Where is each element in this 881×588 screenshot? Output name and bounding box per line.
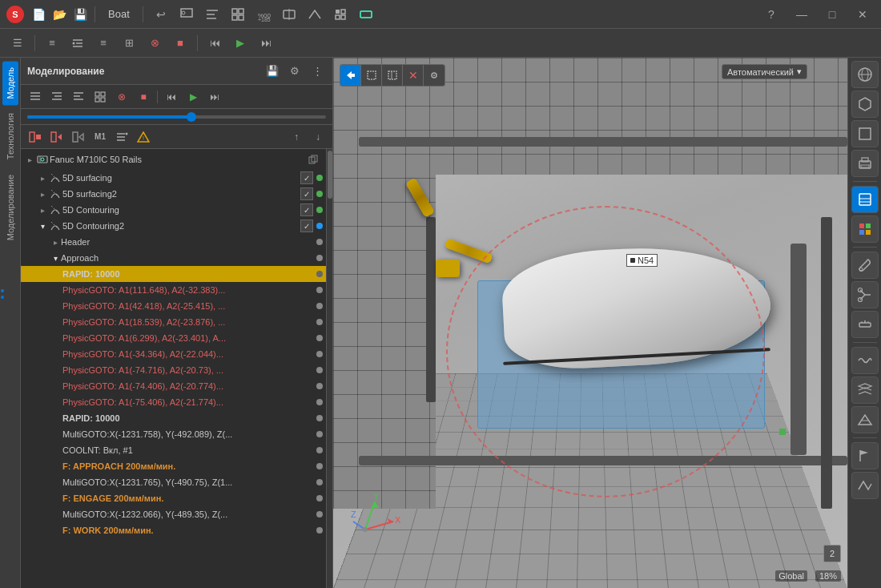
ptb2-2[interactable] bbox=[47, 128, 66, 146]
toolbar-grid-btn[interactable]: ⊞ bbox=[118, 33, 140, 54]
viewport[interactable]: N54 ✕ bbox=[333, 58, 847, 588]
tree-machine-root[interactable]: ▸ Fanuc M710IC 50 Rails bbox=[21, 149, 326, 170]
rpb-hex[interactable] bbox=[851, 91, 879, 118]
tree-item-physic6[interactable]: PhysicGOTO: A1(-74.716), A2(-20.73), ... bbox=[21, 362, 326, 378]
tree-item-multigoto2[interactable]: MultiGOTO:X(-1231.765), Y(-490.75), Z(1.… bbox=[21, 474, 326, 490]
check-5dsurf1[interactable]: ✓ bbox=[300, 171, 313, 184]
rpb-square[interactable] bbox=[851, 120, 879, 147]
tree-item-5dcont1[interactable]: ▸ 5D Contouring ✓ bbox=[21, 202, 326, 218]
tree-item-5dsurf2[interactable]: ▸ 5D surfacing2 ✓ bbox=[21, 186, 326, 202]
toolbar-play-btn[interactable]: ▶ bbox=[229, 33, 251, 54]
close-button[interactable]: ✕ bbox=[851, 5, 875, 24]
tree-expand-5dcont1[interactable]: ▸ bbox=[37, 206, 48, 215]
vt-cancel-btn[interactable]: ✕ bbox=[403, 65, 424, 86]
check-5dcont2[interactable]: ✓ bbox=[300, 219, 313, 232]
tree-item-multigoto3[interactable]: MultiGOTO:X(-1232.066), Y(-489.35), Z(..… bbox=[21, 506, 326, 522]
vt-select2-btn[interactable] bbox=[382, 65, 403, 86]
vt-settings-btn[interactable] bbox=[424, 65, 445, 86]
toolbar-align-btn[interactable]: ≡ bbox=[92, 33, 115, 54]
tree-item-rapid2[interactable]: RAPID: 10000 bbox=[21, 410, 326, 426]
tree-item-physic8[interactable]: PhysicGOTO: A1(-75.406), A2(-21.774)... bbox=[21, 394, 326, 410]
tool-icon-9[interactable] bbox=[355, 5, 377, 24]
ptb2-1[interactable] bbox=[26, 128, 45, 146]
tree-item-physic7[interactable]: PhysicGOTO: A1(-74.406), A2(-20.774)... bbox=[21, 378, 326, 394]
ptb-play[interactable]: ▶ bbox=[183, 88, 203, 106]
new-file-icon[interactable]: 📄 bbox=[30, 6, 46, 22]
tree-expand-approach[interactable]: ▾ bbox=[50, 254, 61, 263]
help-button[interactable]: ? bbox=[759, 5, 783, 24]
sidebar-toggle-button[interactable]: ☰ bbox=[6, 33, 29, 54]
ptb-stop[interactable]: ■ bbox=[134, 88, 153, 106]
panel-more-btn[interactable]: ⋮ bbox=[308, 62, 326, 80]
check-5dcont1[interactable]: ✓ bbox=[300, 203, 313, 216]
panel-save-btn[interactable]: 💾 bbox=[263, 62, 281, 80]
tree-scrollbar-thumb[interactable] bbox=[328, 151, 332, 199]
tool-icon-5[interactable]: %001+185 bbox=[252, 5, 275, 24]
tree-item-approach-f[interactable]: F: APPROACH 200мм/мин. bbox=[21, 458, 326, 474]
rpb-wave[interactable] bbox=[851, 347, 879, 374]
open-file-icon[interactable]: 📂 bbox=[51, 6, 67, 22]
maximize-button[interactable]: □ bbox=[820, 5, 844, 24]
rpb-wrench[interactable] bbox=[851, 252, 879, 279]
save-file-icon[interactable]: 💾 bbox=[72, 6, 88, 22]
vt-arrow-btn[interactable] bbox=[340, 65, 361, 86]
tree-item-engage-f[interactable]: F: ENGAGE 200мм/мин. bbox=[21, 490, 326, 506]
toolbar-cancel-btn[interactable]: ⊗ bbox=[143, 33, 166, 54]
tree-item-rapid1[interactable]: RAPID: 10000 bbox=[21, 266, 326, 282]
tree-item-5dsurf1[interactable]: ▸ 5D surfacing ✓ bbox=[21, 170, 326, 186]
tree-expand-5dsurf2[interactable]: ▸ bbox=[37, 190, 48, 199]
tree-item-physic3[interactable]: PhysicGOTO: A1(18.539), A2(-23.876), ... bbox=[21, 314, 326, 330]
progress-slider[interactable] bbox=[27, 115, 326, 119]
toolbar-list-btn[interactable] bbox=[66, 33, 89, 54]
tree-item-physic5[interactable]: PhysicGOTO: A1(-34.364), A2(-22.044)... bbox=[21, 346, 326, 362]
ptb-prev[interactable]: ⏮ bbox=[162, 88, 181, 106]
tool-icon-8[interactable] bbox=[329, 5, 352, 24]
rpb-zigzag[interactable] bbox=[851, 472, 879, 499]
tree-item-coolnt[interactable]: COOLNT: Вкл, #1 bbox=[21, 442, 326, 458]
tree-expand-5dcont2[interactable]: ▾ bbox=[37, 222, 48, 231]
ptb2-up[interactable]: ↑ bbox=[287, 128, 306, 146]
ptb2-down[interactable]: ↓ bbox=[308, 128, 328, 146]
rpb-layers[interactable] bbox=[851, 186, 879, 213]
toolbar-stop-btn[interactable]: ■ bbox=[169, 33, 191, 54]
machine-copy[interactable] bbox=[304, 151, 323, 168]
tool-icon-4[interactable] bbox=[227, 5, 249, 24]
tree-item-physic1[interactable]: PhysicGOTO: A1(111.648), A2(-32.383)... bbox=[21, 282, 326, 298]
tree-item-header[interactable]: ▸ Header bbox=[21, 234, 326, 250]
rpb-print[interactable] bbox=[851, 150, 879, 177]
vt-select-btn[interactable] bbox=[361, 65, 382, 86]
rpb-measure[interactable] bbox=[851, 311, 879, 338]
toolbar-next-btn[interactable]: ⏭ bbox=[255, 33, 277, 54]
auto-dropdown[interactable]: Автоматический ▾ bbox=[722, 64, 807, 79]
tree-item-approach[interactable]: ▾ Approach bbox=[21, 250, 326, 266]
tree-item-physic4[interactable]: PhysicGOTO: A1(6.299), A2(-23.401), A... bbox=[21, 330, 326, 346]
tool-icon-1[interactable]: ↩ bbox=[150, 5, 172, 24]
side-tab-model[interactable]: Модель bbox=[2, 61, 18, 105]
minimize-button[interactable]: — bbox=[790, 5, 814, 24]
rpb-grid2[interactable] bbox=[851, 377, 879, 404]
check-5dsurf2[interactable]: ✓ bbox=[300, 187, 313, 200]
tool-icon-7[interactable] bbox=[304, 5, 326, 24]
rpb-color[interactable] bbox=[851, 215, 879, 243]
rpb-scissors[interactable] bbox=[851, 281, 879, 308]
ptb-grid[interactable] bbox=[91, 88, 110, 106]
toolbar-lines-btn[interactable]: ≡ bbox=[41, 33, 63, 54]
tree-item-physic2[interactable]: PhysicGOTO: A1(42.418), A2(-25.415), ... bbox=[21, 298, 326, 314]
toolbar-prev-btn[interactable]: ⏮ bbox=[203, 33, 226, 54]
rpb-flag[interactable] bbox=[851, 442, 879, 469]
tree-scrollbar[interactable] bbox=[326, 149, 332, 588]
tree-expand-machine[interactable]: ▸ bbox=[24, 155, 35, 164]
tool-icon-3[interactable] bbox=[201, 5, 223, 24]
ptb-next[interactable]: ⏭ bbox=[205, 88, 224, 106]
tool-icon-2[interactable] bbox=[175, 5, 198, 24]
ptb-cancel[interactable]: ⊗ bbox=[112, 88, 131, 106]
rpb-triangle[interactable] bbox=[851, 406, 879, 433]
ptb-alllines[interactable] bbox=[26, 88, 45, 106]
panel-settings-btn[interactable]: ⚙ bbox=[286, 62, 304, 80]
ptb2-3[interactable] bbox=[69, 128, 88, 146]
ptb-align[interactable] bbox=[69, 88, 88, 106]
side-tab-tech[interactable]: Технология bbox=[2, 107, 18, 166]
tool-icon-6[interactable] bbox=[278, 5, 300, 24]
tree-expand-5dsurf1[interactable]: ▸ bbox=[37, 174, 48, 183]
ptb2-list[interactable] bbox=[112, 128, 131, 146]
